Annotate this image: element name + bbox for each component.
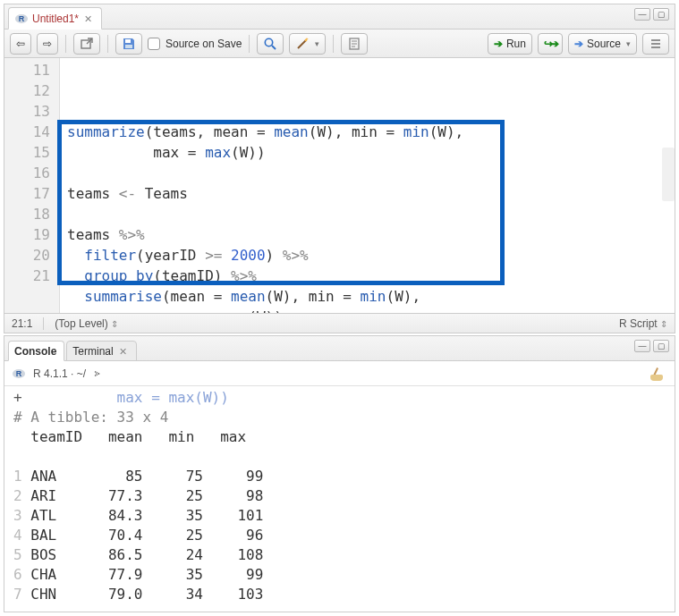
chevron-down-icon: ▾ [315, 39, 319, 48]
source-on-save-label: Source on Save [166, 38, 242, 50]
save-button[interactable] [115, 33, 142, 55]
clear-console-button[interactable] [651, 366, 667, 382]
pane-maximize-button[interactable]: ▢ [653, 340, 669, 352]
outline-button[interactable] [642, 33, 669, 55]
close-icon[interactable]: ✕ [82, 13, 94, 25]
toolbar-separator [333, 35, 334, 53]
save-icon [122, 37, 136, 51]
svg-line-6 [272, 46, 276, 49]
compile-report-button[interactable] [341, 33, 368, 55]
pane-window-controls: — ▢ [634, 340, 669, 352]
code-content[interactable]: summarize(teams, mean = mean(W), min = m… [60, 58, 675, 313]
line-number-gutter: 1112131415161718192021 [4, 58, 60, 313]
source-editor-pane: R Untitled1* ✕ — ▢ ⇦ ⇨ Source on Save ▾ [4, 4, 675, 333]
pane-window-controls: — ▢ [634, 8, 669, 21]
rerun-arrow-icon: ↪➔ [544, 38, 556, 50]
chevron-down-icon: ▾ [626, 39, 631, 48]
editor-tab-title: Untitled1* [32, 13, 79, 25]
language-indicator[interactable]: R Script ⇕ [619, 317, 667, 330]
run-button-label: Run [506, 38, 526, 50]
svg-line-7 [298, 40, 306, 48]
editor-tab-bar: R Untitled1* ✕ — ▢ [4, 4, 675, 30]
source-button-label: Source [587, 38, 621, 50]
popout-icon [80, 37, 94, 51]
svg-rect-4 [125, 45, 132, 48]
editor-tab-untitled[interactable]: R Untitled1* ✕ [8, 7, 102, 30]
toolbar-separator [65, 35, 66, 53]
show-in-new-window-button[interactable] [73, 33, 100, 55]
pane-maximize-button[interactable]: ▢ [653, 8, 669, 21]
r-version-path: R 4.1.1 · ~/ [33, 367, 86, 380]
scope-indicator[interactable]: (Top Level) ⇕ [55, 317, 118, 330]
code-tools-button[interactable]: ▾ [289, 33, 326, 55]
tab-terminal-label: Terminal [72, 345, 113, 358]
cursor-position: 21:1 [12, 317, 32, 330]
toolbar-separator [107, 35, 108, 53]
svg-text:R: R [19, 14, 25, 23]
find-button[interactable] [257, 33, 284, 55]
editor-toolbar: ⇦ ⇨ Source on Save ▾ ➔ Run ↪➔ [4, 30, 675, 58]
r-file-icon: R [14, 12, 29, 26]
forward-button[interactable]: ⇨ [37, 33, 58, 55]
svg-point-5 [266, 38, 273, 46]
notebook-icon [347, 37, 361, 51]
source-button[interactable]: ➔ Source ▾ [568, 33, 637, 55]
pane-minimize-button[interactable]: — [634, 340, 650, 352]
pane-minimize-button[interactable]: — [634, 8, 650, 21]
toolbar-separator [249, 35, 250, 53]
code-editor[interactable]: 1112131415161718192021 summarize(teams, … [4, 58, 675, 313]
arrow-right-icon: ⇨ [43, 38, 52, 50]
search-icon [263, 37, 277, 51]
wand-icon [295, 37, 310, 51]
rerun-button[interactable]: ↪➔ [538, 33, 563, 55]
path-expand-icon[interactable]: ⪢ [93, 368, 102, 378]
editor-scrollbar[interactable] [662, 148, 675, 201]
run-arrow-icon: ➔ [494, 38, 503, 50]
r-logo-icon: R [12, 367, 26, 381]
source-on-save-checkbox[interactable] [148, 38, 160, 50]
tab-console[interactable]: Console [8, 341, 64, 361]
console-pane: Console Terminal ✕ — ▢ R R 4.1.1 · ~/ ⪢ … [4, 335, 675, 612]
svg-text:R: R [16, 369, 22, 378]
arrow-left-icon: ⇦ [16, 38, 25, 50]
source-arrow-icon: ➔ [574, 38, 583, 50]
run-button[interactable]: ➔ Run [488, 33, 532, 55]
outline-icon [649, 37, 663, 51]
console-tab-bar: Console Terminal ✕ — ▢ [4, 336, 675, 361]
console-sub-toolbar: R R 4.1.1 · ~/ ⪢ [4, 361, 675, 386]
tab-console-label: Console [14, 345, 56, 358]
editor-status-bar: 21:1 (Top Level) ⇕ R Script ⇕ [4, 313, 675, 333]
console-output[interactable]: + max = max(W)) # A tibble: 33 x 4 teamI… [4, 386, 675, 612]
close-icon[interactable]: ✕ [117, 346, 129, 358]
tab-terminal[interactable]: Terminal ✕ [66, 341, 136, 361]
svg-rect-3 [125, 39, 131, 43]
back-button[interactable]: ⇦ [10, 33, 31, 55]
